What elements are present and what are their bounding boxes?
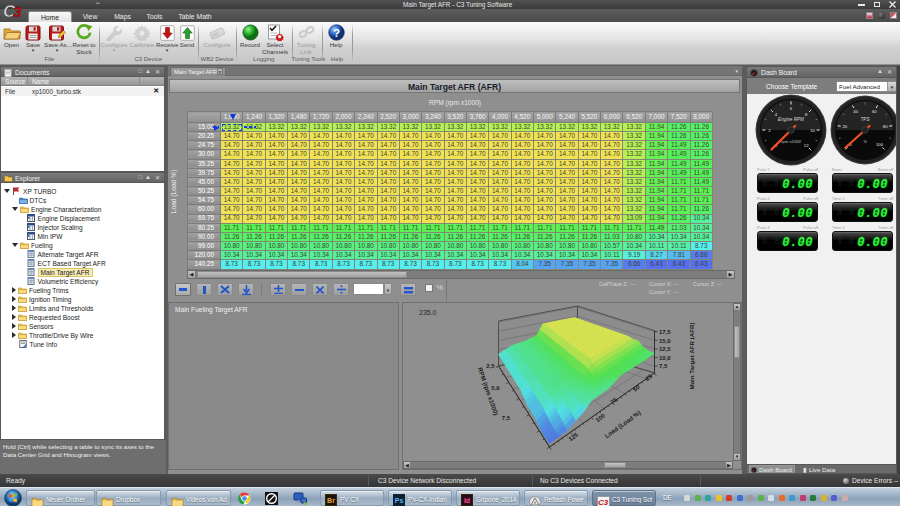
svg-text:20: 20 <box>842 124 847 129</box>
svg-text:40: 40 <box>853 109 858 114</box>
svg-text:10: 10 <box>810 128 815 133</box>
svg-text:%: % <box>863 139 867 144</box>
svg-text:3: 3 <box>13 3 22 20</box>
svg-text:80: 80 <box>883 124 888 129</box>
svg-text:?: ? <box>333 27 340 39</box>
svg-text:Engine RPM: Engine RPM <box>778 117 804 122</box>
svg-text:60: 60 <box>872 109 877 114</box>
svg-text:C3: C3 <box>598 498 609 506</box>
svg-text:TPS: TPS <box>861 117 871 122</box>
svg-text:100: 100 <box>876 142 884 147</box>
svg-text:12: 12 <box>804 143 809 148</box>
svg-text:rpm x1000: rpm x1000 <box>781 139 801 144</box>
